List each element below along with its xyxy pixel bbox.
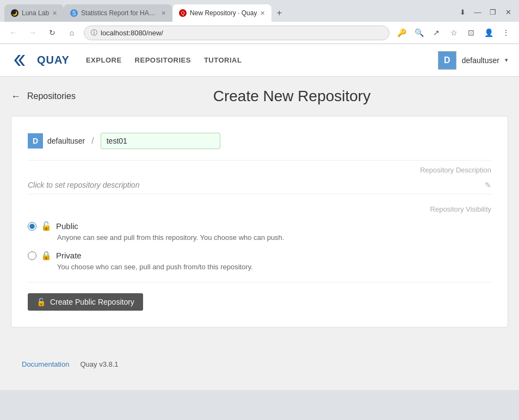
main-area: ← Repositories Create New Repository D d… [0, 77, 519, 390]
username-label: defaultuser [47, 137, 85, 145]
private-lock-icon: 🔒 [41, 250, 52, 261]
logo-text: QUAY [37, 54, 70, 66]
visibility-label-row: Repository Visibility [28, 200, 491, 221]
site-header: QUAY EXPLORE REPOSITORIES TUTORIAL D def… [0, 44, 519, 77]
home-button[interactable]: ⌂ [64, 25, 79, 40]
toolbar-icons: 🔑 🔍 ↗ ☆ ⊡ 👤 ⋮ [394, 25, 514, 40]
dropdown-arrow-icon: ▾ [505, 57, 508, 64]
maximize-button[interactable]: — [471, 5, 484, 18]
public-radio[interactable] [28, 222, 36, 231]
description-placeholder-text[interactable]: Click to set repository description [28, 181, 139, 189]
documentation-link[interactable]: Documentation [22, 360, 69, 368]
nav-tutorial[interactable]: TUTORIAL [204, 56, 242, 64]
create-btn-icon: 🔓 [36, 298, 46, 306]
quay-logo-icon [11, 50, 33, 71]
user-badge: D [28, 133, 43, 149]
restore-button[interactable]: ❐ [486, 5, 499, 18]
private-radio[interactable] [28, 251, 36, 260]
bookmark-icon[interactable]: ☆ [446, 25, 461, 40]
description-section-label: Repository Description [420, 166, 491, 174]
site-footer: Documentation Quay v3.8.1 [11, 349, 508, 379]
description-edit-icon[interactable]: ✎ [485, 181, 491, 189]
breadcrumb-repositories[interactable]: Repositories [27, 91, 76, 101]
back-nav-button[interactable]: ← [5, 25, 21, 40]
tab-luna[interactable]: 🌙 Luna Lab ✕ [4, 4, 64, 22]
user-menu[interactable]: D defaultuser ▾ [438, 51, 508, 70]
tab-quay-label: New Repository · Quay [190, 9, 257, 17]
private-option: 🔒 Private You choose who can see, pull a… [28, 250, 491, 271]
description-content-row[interactable]: Click to set repository description ✎ [28, 176, 491, 194]
version-text: Quay v3.8.1 [80, 360, 118, 368]
public-option-header: 🔓 Public [28, 221, 491, 231]
browser-toolbar: ← → ↻ ⌂ ⓘ localhost:8080/new/ 🔑 🔍 ↗ ☆ ⊡ … [0, 22, 519, 44]
tab-stats-close[interactable]: ✕ [161, 10, 166, 17]
refresh-button[interactable]: ↻ [45, 25, 60, 40]
private-option-desc: You choose who can see, pull and push fr… [57, 263, 491, 271]
tab-luna-close[interactable]: ✕ [52, 10, 57, 17]
tab-stats-label: Statistics Report for HAPro [81, 9, 158, 17]
repo-name-row: D defaultuser / [28, 133, 491, 149]
tab-stats[interactable]: S Statistics Report for HAPro ✕ [64, 4, 172, 22]
public-option-desc: Anyone can see and pull from this reposi… [57, 233, 491, 242]
description-label-row: Repository Description [28, 160, 491, 176]
repo-name-input[interactable] [101, 133, 220, 149]
minimize-button[interactable]: ⬇ [456, 5, 469, 18]
page-title: Create New Repository [76, 88, 508, 105]
slash-separator: / [91, 136, 94, 146]
visibility-section: Repository Visibility 🔓 Public Anyone ca… [28, 200, 491, 271]
private-option-name: Private [56, 251, 82, 260]
lock-icon: ⓘ [91, 28, 97, 38]
url-display: localhost:8080/new/ [101, 29, 382, 37]
site-nav: EXPLORE REPOSITORIES TUTORIAL [86, 56, 242, 64]
create-btn-label: Create Public Repository [50, 298, 134, 306]
forward-nav-button[interactable]: → [25, 25, 40, 40]
site-logo[interactable]: QUAY [11, 50, 70, 71]
user-avatar: D [438, 51, 456, 70]
public-lock-icon: 🔓 [41, 221, 52, 231]
tab-quay-close[interactable]: ✕ [260, 10, 265, 17]
page-content: QUAY EXPLORE REPOSITORIES TUTORIAL D def… [0, 44, 519, 390]
tab-luna-label: Luna Lab [22, 9, 49, 17]
address-bar[interactable]: ⓘ localhost:8080/new/ [84, 26, 390, 40]
public-option: 🔓 Public Anyone can see and pull from th… [28, 221, 491, 242]
luna-favicon: 🌙 [11, 9, 18, 17]
description-section: Repository Description Click to set repo… [28, 160, 491, 194]
key-icon[interactable]: 🔑 [394, 25, 409, 40]
create-repository-button[interactable]: 🔓 Create Public Repository [28, 293, 143, 311]
browser-titlebar: 🌙 Luna Lab ✕ S Statistics Report for HAP… [0, 0, 519, 22]
create-repo-card: D defaultuser / Repository Description C… [11, 116, 508, 328]
page-header: ← Repositories Create New Repository [11, 88, 508, 105]
search-icon[interactable]: 🔍 [411, 25, 427, 40]
split-icon[interactable]: ⊡ [464, 25, 479, 40]
user-name: defaultuser [462, 56, 499, 65]
public-option-name: Public [56, 221, 78, 231]
window-controls: ⬇ — ❐ ✕ [456, 5, 515, 21]
quay-favicon: Q [179, 9, 187, 17]
stats-favicon: S [70, 9, 78, 17]
profile-icon[interactable]: 👤 [481, 25, 496, 40]
form-divider [28, 282, 491, 282]
tab-quay[interactable]: Q New Repository · Quay ✕ [172, 4, 271, 22]
menu-icon[interactable]: ⋮ [498, 25, 514, 40]
private-option-header: 🔒 Private [28, 250, 491, 261]
close-button[interactable]: ✕ [502, 5, 515, 18]
visibility-section-label: Repository Visibility [430, 205, 491, 213]
back-arrow-icon[interactable]: ← [11, 91, 21, 102]
share-icon[interactable]: ↗ [429, 25, 444, 40]
nav-explore[interactable]: EXPLORE [86, 56, 122, 64]
nav-repositories[interactable]: REPOSITORIES [135, 56, 191, 64]
browser-window: 🌙 Luna Lab ✕ S Statistics Report for HAP… [0, 0, 519, 420]
new-tab-button[interactable]: + [271, 5, 287, 21]
